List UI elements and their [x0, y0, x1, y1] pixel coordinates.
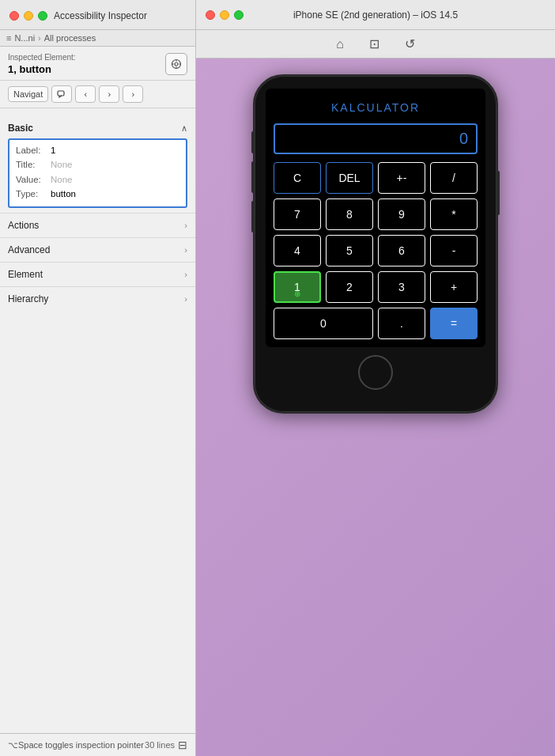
svg-rect-6: [58, 91, 64, 96]
traffic-lights: [9, 11, 47, 21]
navigation-section: Navigat ‹ › ›: [0, 81, 195, 108]
lines-icon: ⊟: [178, 739, 187, 751]
element-label: Element: [8, 269, 43, 280]
prev-button[interactable]: ‹: [75, 85, 96, 103]
sim-close-button[interactable]: [206, 10, 215, 20]
volume-down-button: [251, 201, 255, 232]
mute-button: [251, 131, 255, 153]
target-crosshair-icon: ⊕: [294, 289, 300, 298]
calc-button-equals[interactable]: =: [430, 308, 478, 339]
title-row: Title: None: [16, 157, 179, 172]
calc-button-minus[interactable]: -: [430, 235, 478, 266]
forward-button[interactable]: ›: [123, 85, 143, 103]
value-row: Value: None: [16, 172, 179, 187]
home-button[interactable]: [358, 355, 393, 390]
display-field: 0: [274, 123, 478, 154]
title-value: None: [51, 157, 73, 172]
simulator-title-bar: iPhone SE (2nd generation) – iOS 14.5: [196, 0, 555, 30]
hierarchy-row[interactable]: Hierarchy ›: [0, 286, 195, 311]
calc-button-5[interactable]: 5: [326, 235, 373, 266]
status-text: ⌥Space toggles inspection pointer: [8, 740, 144, 750]
title-key: Title:: [16, 157, 47, 172]
lines-info: 30 lines ⊟: [145, 739, 187, 751]
next-forward-button[interactable]: ›: [99, 85, 119, 103]
home-icon[interactable]: ⌂: [333, 34, 347, 55]
app-title: KALCULATOR: [274, 101, 478, 114]
value-key: Value:: [16, 172, 47, 187]
label-value: 1: [51, 143, 55, 157]
camera-icon[interactable]: ⊡: [366, 33, 383, 55]
breadcrumb-bar: ≡ N...ni › All processes: [0, 30, 195, 47]
calc-button-multiply[interactable]: *: [430, 198, 478, 230]
app-content: KALCULATOR 0 C DEL +- / 7 8 9 * 4: [266, 89, 485, 347]
actions-row[interactable]: Actions ›: [0, 213, 195, 237]
calculator-grid: C DEL +- / 7 8 9 * 4 5 6 - 1: [274, 162, 478, 339]
element-row[interactable]: Element ›: [0, 262, 195, 286]
phone-home-bar: [266, 347, 485, 393]
title-bar: Accessibility Inspector: [0, 0, 195, 30]
simulator-toolbar: ⌂ ⊡ ↺: [196, 30, 555, 59]
calc-button-decimal[interactable]: .: [378, 308, 425, 339]
calc-button-9[interactable]: 9: [378, 198, 425, 230]
calc-button-C[interactable]: C: [274, 162, 321, 194]
maximize-button[interactable]: [38, 11, 47, 21]
calc-button-plusminus[interactable]: +-: [378, 162, 425, 194]
sim-traffic-lights: [206, 10, 244, 20]
calc-button-4[interactable]: 4: [274, 235, 321, 266]
basic-chevron-icon: ∧: [181, 123, 187, 134]
breadcrumb-part2[interactable]: All processes: [44, 33, 96, 43]
target-button[interactable]: [165, 53, 187, 75]
type-key: Type:: [16, 187, 47, 201]
svg-point-1: [175, 62, 178, 66]
type-value: button: [51, 187, 76, 201]
calc-button-DEL[interactable]: DEL: [326, 162, 373, 194]
breadcrumb-part1[interactable]: N...ni: [14, 33, 35, 43]
advanced-label: Advanced: [8, 244, 50, 255]
calc-button-0[interactable]: 0: [274, 308, 373, 339]
actions-chevron-icon: ›: [184, 221, 187, 230]
basic-section-title: Basic: [8, 123, 33, 134]
inspected-label: Inspected Element:: [8, 53, 76, 62]
window-title: Accessibility Inspector: [54, 10, 147, 21]
calc-button-plus[interactable]: +: [430, 271, 478, 303]
sim-minimize-button[interactable]: [220, 10, 229, 20]
power-button: [496, 171, 500, 215]
calc-button-8[interactable]: 8: [326, 198, 373, 230]
calc-button-6[interactable]: 6: [378, 235, 425, 266]
simulator-title: iPhone SE (2nd generation) – iOS 14.5: [293, 9, 458, 21]
sim-maximize-button[interactable]: [234, 10, 244, 20]
close-button[interactable]: [9, 11, 19, 21]
calc-button-2[interactable]: 2: [326, 271, 373, 303]
calc-button-divide[interactable]: /: [430, 162, 478, 194]
minimize-button[interactable]: [24, 11, 33, 21]
calc-button-3[interactable]: 3: [378, 271, 425, 303]
label-row: Label: 1: [16, 143, 179, 157]
rotate-icon[interactable]: ↺: [402, 33, 418, 55]
advanced-chevron-icon: ›: [184, 245, 187, 255]
hierarchy-chevron-icon: ›: [184, 294, 187, 304]
volume-up-button: [251, 161, 255, 193]
basic-section: Basic ∧ Label: 1 Title: None Value: None…: [0, 115, 195, 213]
hierarchy-label: Hierarchy: [8, 293, 48, 304]
element-chevron-icon: ›: [184, 270, 187, 279]
menu-icon: ≡: [6, 33, 11, 43]
breadcrumb-separator: ›: [38, 33, 41, 43]
basic-content: Label: 1 Title: None Value: None Type: b…: [8, 138, 187, 208]
right-panel: iPhone SE (2nd generation) – iOS 14.5 ⌂ …: [196, 0, 555, 756]
inspected-element-section: Inspected Element: 1, button: [0, 47, 195, 81]
lines-count: 30 lines: [145, 740, 175, 750]
phone-frame: KALCULATOR 0 C DEL +- / 7 8 9 * 4: [253, 74, 498, 414]
speech-button[interactable]: [51, 85, 72, 103]
calc-button-7[interactable]: 7: [274, 198, 321, 230]
navigate-button[interactable]: Navigat: [8, 86, 48, 102]
calc-button-1[interactable]: 1 ⊕: [274, 271, 321, 303]
phone-screen: KALCULATOR 0 C DEL +- / 7 8 9 * 4: [266, 89, 485, 347]
value-value: None: [51, 172, 73, 187]
advanced-row[interactable]: Advanced ›: [0, 237, 195, 262]
actions-label: Actions: [8, 220, 39, 231]
label-key: Label:: [16, 143, 47, 157]
inspected-name: 1, button: [8, 63, 76, 75]
type-row: Type: button: [16, 187, 179, 201]
basic-section-header[interactable]: Basic ∧: [8, 119, 187, 137]
bottom-bar: ⌥Space toggles inspection pointer 30 lin…: [0, 733, 195, 756]
